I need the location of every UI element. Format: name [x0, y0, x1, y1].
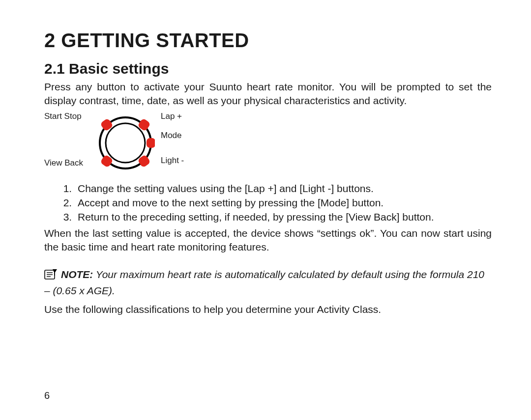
- svg-rect-5: [147, 138, 155, 148]
- label-start-stop: Start Stop: [44, 112, 96, 120]
- intro-paragraph: Press any button to activate your Suunto…: [44, 80, 492, 108]
- step-item: Change the setting values using the [Lap…: [75, 182, 492, 196]
- note-icon: [44, 268, 58, 283]
- label-light-minus: Light -: [161, 156, 184, 165]
- closing-paragraph: Use the following classifications to hel…: [44, 303, 492, 316]
- section-title: 2.1 Basic settings: [44, 60, 492, 77]
- after-steps-paragraph: When the last setting value is accepted,…: [44, 226, 492, 254]
- note-label: NOTE:: [61, 269, 93, 280]
- manual-page: 2 GETTING STARTED 2.1 Basic settings Pre…: [0, 0, 531, 420]
- step-item: Return to the preceding setting, if need…: [75, 210, 492, 224]
- note-body: Your maximum heart rate is automatically…: [44, 269, 484, 296]
- page-number: 6: [44, 390, 50, 401]
- label-view-back: View Back: [44, 159, 96, 167]
- watch-diagram: Start Stop View Back Lap + Mode: [44, 111, 492, 177]
- label-lap-plus: Lap +: [161, 112, 184, 120]
- watch-icon: [96, 111, 155, 177]
- chapter-title: 2 GETTING STARTED: [44, 29, 492, 52]
- diagram-left-labels: Start Stop View Back: [44, 111, 96, 167]
- step-item: Accept and move to the next setting by p…: [75, 196, 492, 210]
- svg-point-1: [106, 123, 145, 163]
- steps-list: Change the setting values using the [Lap…: [44, 182, 492, 224]
- note-paragraph: NOTE: Your maximum heart rate is automat…: [44, 268, 492, 298]
- diagram-right-labels: Lap + Mode Light -: [155, 111, 184, 165]
- label-mode: Mode: [161, 131, 184, 140]
